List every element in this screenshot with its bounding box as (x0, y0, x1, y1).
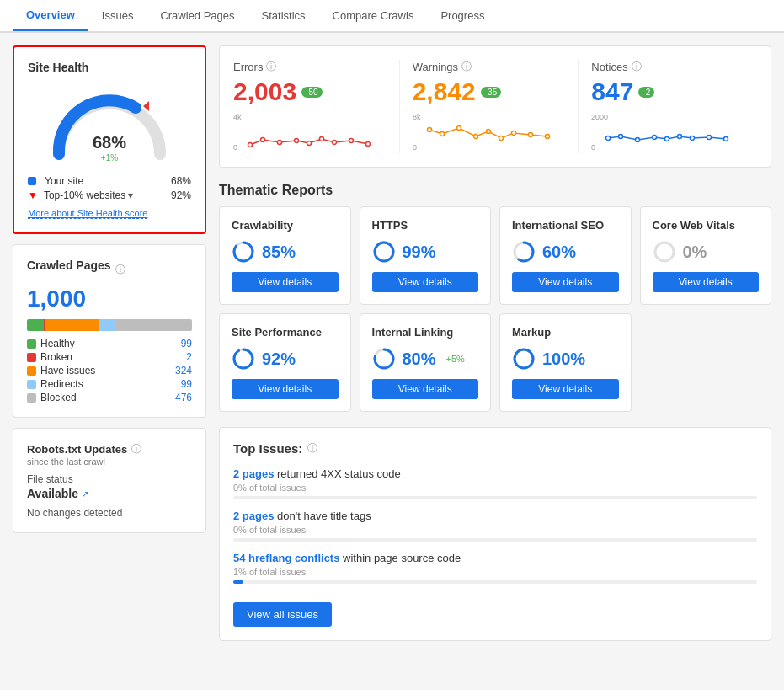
intl-seo-view-btn[interactable]: View details (512, 272, 619, 292)
top10-arrow-icon: ▼ (28, 189, 38, 201)
warnings-badge: -35 (481, 87, 501, 98)
external-link-icon[interactable]: ↗ (82, 489, 88, 499)
crawl-bar (27, 319, 192, 331)
internal-linking-change: +5% (446, 354, 465, 364)
thematic-reports-title: Thematic Reports (219, 183, 771, 198)
top-issues-section: Top Issues: ⓘ 2 pages returned 4XX statu… (219, 427, 771, 641)
more-about-score-link[interactable]: More about Site Health score (28, 208, 147, 219)
svg-point-48 (515, 350, 533, 368)
https-view-btn[interactable]: View details (372, 272, 479, 292)
crawlability-circle-icon (232, 240, 255, 264)
issue-1-link[interactable]: 2 pages (233, 467, 274, 480)
tab-compare-crawls[interactable]: Compare Crawls (319, 0, 428, 31)
markup-title: Markup (512, 326, 619, 339)
your-site-label: Your site (45, 175, 83, 187)
svg-text:+1%: +1% (101, 153, 118, 163)
issue-1-text: 2 pages returned 4XX status code (233, 467, 757, 480)
core-web-vitals-view-btn[interactable]: View details (653, 272, 760, 292)
errors-info-icon[interactable]: ⓘ (266, 60, 276, 74)
markup-pct: 100% (512, 347, 619, 371)
site-perf-percent: 92% (262, 350, 296, 369)
your-site-dot (28, 177, 36, 185)
svg-text:0: 0 (591, 143, 595, 151)
https-title: HTTPS (372, 219, 479, 232)
issue-1: 2 pages returned 4XX status code 0% of t… (233, 467, 757, 499)
top10-value: 92% (171, 189, 191, 201)
errors-value: 2,003 (233, 77, 296, 106)
svg-point-27 (606, 136, 611, 141)
core-web-vitals-percent: 0% (683, 243, 707, 262)
warnings-sparkline: 8k 0 (413, 113, 564, 151)
crawl-seg-blocked (116, 319, 192, 331)
errors-label: Errors ⓘ (233, 60, 387, 74)
report-empty-slot (640, 313, 772, 412)
issue-1-sub: 0% of total issues (233, 483, 757, 493)
markup-view-btn[interactable]: View details (512, 379, 619, 399)
svg-point-9 (307, 141, 312, 146)
legend-issues: Have issues 324 (27, 365, 192, 376)
markup-percent: 100% (542, 350, 585, 369)
issue-2-link[interactable]: 2 pages (233, 510, 274, 522)
issue-2-bar (233, 538, 757, 542)
crawl-seg-healthy (27, 319, 44, 331)
svg-point-10 (320, 137, 324, 141)
core-web-vitals-pct: 0% (653, 240, 760, 264)
issue-3-link[interactable]: 54 hreflang conflicts (233, 552, 339, 564)
crawled-pages-info-icon[interactable]: ⓘ (115, 263, 125, 277)
your-site-row: Your site 68% (28, 175, 191, 187)
notices-label: Notices ⓘ (591, 60, 744, 74)
svg-point-6 (261, 138, 265, 142)
notices-info-icon[interactable]: ⓘ (632, 60, 642, 74)
svg-point-7 (278, 141, 282, 145)
crawlability-view-btn[interactable]: View details (232, 272, 339, 292)
tab-statistics[interactable]: Statistics (248, 0, 319, 31)
view-all-issues-btn[interactable]: View all issues (233, 602, 332, 627)
issue-3-bar (233, 580, 757, 584)
top-issues-header: Top Issues: ⓘ (233, 441, 757, 456)
issue-2-desc: don't have title tags (274, 510, 371, 522)
crawled-pages-card: Crawled Pages ⓘ 1,000 Healthy 99 Broken … (13, 244, 206, 418)
svg-point-8 (295, 139, 299, 143)
issue-3-sub: 1% of total issues (233, 567, 757, 577)
issue-3: 54 hreflang conflicts within page source… (233, 552, 757, 584)
errors-block: Errors ⓘ 2,003 -50 4k 0 (233, 60, 400, 153)
crawlability-percent: 85% (262, 243, 296, 262)
intl-seo-circle-icon (512, 240, 536, 264)
svg-text:68%: 68% (93, 133, 126, 152)
report-international-seo: International SEO 60% View details (499, 206, 632, 305)
svg-point-13 (366, 142, 371, 147)
internal-linking-view-btn[interactable]: View details (372, 379, 479, 399)
site-perf-title: Site Performance (232, 326, 339, 339)
svg-point-20 (486, 130, 490, 134)
robots-title: Robots.txt Updates (27, 443, 127, 456)
top-issues-info-icon[interactable]: ⓘ (307, 441, 317, 456)
metrics-row: Errors ⓘ 2,003 -50 4k 0 (219, 45, 771, 168)
issue-1-desc: returned 4XX status code (274, 467, 400, 480)
svg-point-18 (456, 126, 461, 131)
svg-point-22 (511, 131, 515, 136)
robots-card: Robots.txt Updates ⓘ since the last craw… (13, 428, 206, 533)
robots-info-icon[interactable]: ⓘ (131, 442, 141, 456)
tab-overview[interactable]: Overview (13, 0, 88, 31)
tab-issues[interactable]: Issues (88, 0, 147, 31)
site-perf-view-btn[interactable]: View details (232, 379, 339, 399)
dot-blocked (27, 393, 36, 403)
svg-point-42 (655, 243, 674, 261)
site-perf-pct: 92% (232, 347, 339, 371)
core-web-vitals-title: Core Web Vitals (653, 219, 760, 232)
chevron-down-icon[interactable]: ▾ (128, 189, 133, 201)
tab-progress[interactable]: Progress (427, 0, 498, 31)
warnings-info-icon[interactable]: ⓘ (461, 60, 472, 74)
svg-point-29 (636, 138, 640, 142)
your-site-value: 68% (171, 175, 191, 187)
tab-crawled-pages[interactable]: Crawled Pages (147, 0, 248, 31)
core-web-vitals-circle-icon (653, 240, 676, 264)
notices-sparkline: 2000 0 (591, 113, 743, 151)
no-changes-text: No changes detected (27, 507, 192, 519)
svg-text:0: 0 (233, 143, 237, 151)
report-core-web-vitals: Core Web Vitals 0% View details (640, 206, 772, 305)
https-circle-icon (372, 240, 396, 264)
site-health-title: Site Health (28, 61, 191, 74)
report-markup: Markup 100% View details (499, 313, 632, 412)
notices-badge: -2 (638, 87, 654, 98)
